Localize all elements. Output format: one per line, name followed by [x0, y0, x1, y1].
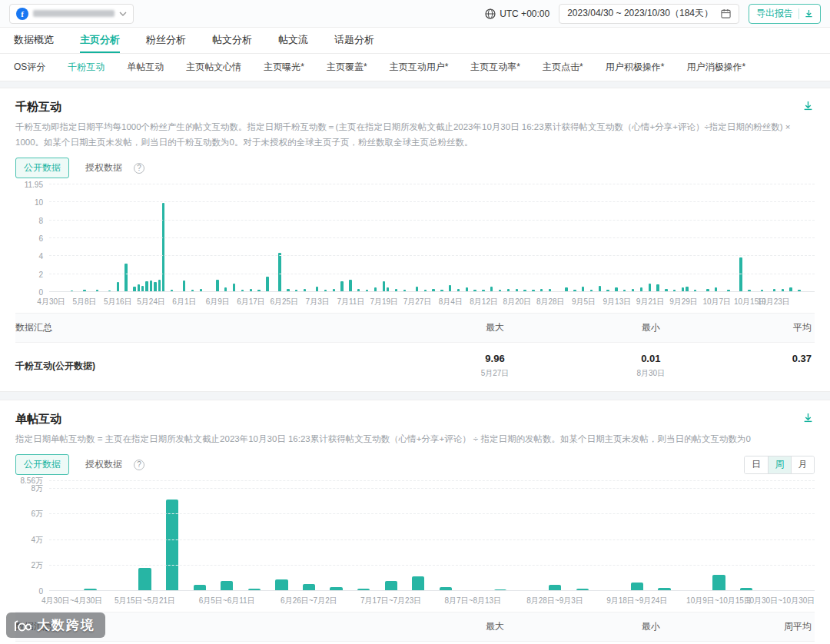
summary-table-qianfen: 数据汇总 最大 最小 平均 千粉互动(公开数据) 9.96 5月27日 0.01… — [15, 313, 815, 391]
sub-tab-10[interactable]: 用户消极操作* — [686, 61, 745, 74]
bar-slot — [788, 481, 815, 591]
sub-tab-8[interactable]: 主页点击* — [543, 61, 583, 74]
period-month-button[interactable]: 月 — [791, 456, 814, 473]
avg-cell: 0.37 — [727, 353, 815, 379]
sub-tab-4[interactable]: 主页曝光* — [264, 61, 304, 74]
sub-tab-1[interactable]: 千粉互动 — [68, 61, 105, 74]
y-axis-tick: 2万 — [31, 560, 43, 571]
main-tab-1[interactable]: 主页分析 — [80, 28, 120, 53]
x-axis-tick: 6月9日 — [206, 297, 230, 307]
bar — [150, 281, 152, 292]
x-axis-tick: 6月25日 — [270, 297, 298, 307]
sub-tab-2[interactable]: 单帖互动 — [127, 61, 164, 74]
bar — [340, 281, 343, 292]
bar-slot — [732, 481, 760, 591]
section-qianfen-hudong: 千粉互动 千粉互动即指定日期平均每1000个粉丝产生的帖文互动数。指定日期千粉互… — [0, 88, 830, 392]
x-axis-tick: 5月15日~5月21日 — [115, 596, 175, 606]
bar — [712, 575, 725, 592]
bars — [49, 481, 815, 591]
watermark-text: 大数跨境 — [37, 616, 95, 634]
x-axis-tick: 9月5日 — [572, 297, 596, 307]
bar-slot — [514, 481, 542, 591]
x-axis-tick: 10月7日 — [702, 297, 731, 307]
bar-slot — [213, 481, 241, 591]
help-icon[interactable]: ? — [134, 163, 144, 174]
auth-data-toggle[interactable]: 授权数据 — [77, 158, 131, 178]
bar — [266, 277, 268, 292]
max-value: 9.96 — [415, 353, 575, 364]
bar-slot — [405, 481, 433, 591]
gridline — [49, 513, 815, 514]
max-date: 5月27日 — [415, 368, 575, 379]
gridline — [49, 274, 815, 274]
period-week-button[interactable]: 周 — [768, 456, 791, 473]
export-report-button[interactable]: 导出报告 — [749, 4, 821, 24]
x-axis-tick: 5月8日 — [72, 297, 96, 307]
download-chart-button-qianfen[interactable] — [802, 99, 815, 115]
public-data-toggle[interactable]: 公开数据 — [15, 454, 69, 475]
sub-tab-0[interactable]: OS评分 — [14, 61, 45, 74]
main-tab-5[interactable]: 话题分析 — [334, 28, 374, 53]
main-tab-4[interactable]: 帖文流 — [278, 28, 308, 53]
table-row: 千粉互动(公开数据) 9.96 5月27日 0.01 8月30日 0.37 — [15, 343, 815, 391]
bar-slot — [158, 481, 186, 591]
utc-label: UTC +00:00 — [500, 8, 549, 19]
main-tab-2[interactable]: 粉丝分析 — [146, 28, 186, 53]
account-name-redacted — [33, 10, 115, 17]
bar — [162, 203, 164, 293]
y-axis-tick: 10 — [35, 198, 43, 207]
y-axis-tick: 0 — [38, 587, 43, 596]
x-axis-tick: 6月17日 — [237, 297, 265, 307]
auth-data-toggle[interactable]: 授权数据 — [77, 454, 131, 475]
bar — [221, 581, 233, 591]
sub-tab-6[interactable]: 主页互动用户* — [390, 61, 449, 74]
app-root: f UTC +00:00 2023/04/30 ~ 2023/10/30（184… — [0, 0, 830, 644]
main-content: 千粉互动 千粉互动即指定日期平均每1000个粉丝产生的帖文互动数。指定日期千粉互… — [0, 88, 830, 644]
x-axis-tick: 7月3日 — [306, 297, 330, 307]
sub-tab-5[interactable]: 主页覆盖* — [327, 61, 367, 74]
bar — [412, 576, 424, 591]
section-description-qianfen: 千粉互动即指定日期平均每1000个粉丝产生的帖文互动数。指定日期千粉互动数＝(主… — [15, 119, 815, 150]
sub-tab-9[interactable]: 用户积极操作* — [606, 61, 665, 74]
help-icon[interactable]: ? — [134, 460, 144, 470]
x-axis: 4月30日5月8日5月16日5月24日6月1日6月9日6月17日6月25日7月3… — [49, 292, 815, 307]
bar-slot — [186, 481, 214, 591]
gridline — [49, 184, 815, 184]
x-axis-tick: 9月29日 — [669, 297, 698, 307]
col-summary: 数据汇总 — [15, 321, 415, 334]
gridline — [49, 255, 815, 256]
y-axis: 02万4万6万8万8.56万 — [15, 481, 49, 591]
period-day-button[interactable]: 日 — [745, 456, 768, 473]
main-tab-3[interactable]: 帖文分析 — [212, 28, 252, 53]
bar-slot — [486, 481, 514, 591]
bar-slot — [49, 481, 77, 591]
bar-slot — [295, 481, 323, 591]
x-axis-tick: 8月28日 — [536, 297, 565, 307]
bar-slot — [623, 481, 651, 591]
col-avg: 平均 — [727, 321, 815, 334]
min-date: 8月30日 — [575, 368, 727, 379]
col-min: 最小 — [575, 620, 727, 633]
col-max: 最大 — [415, 321, 575, 334]
y-axis-tick: 8.56万 — [21, 476, 43, 486]
main-tab-0[interactable]: 数据概览 — [14, 28, 54, 53]
gridline — [49, 539, 815, 540]
bar — [158, 280, 161, 292]
summary-header: 数据汇总 最大 最小 平均 — [15, 313, 815, 343]
period-toggle: 日 周 月 — [744, 456, 815, 474]
bar-slot — [460, 481, 487, 591]
gridline — [49, 488, 815, 489]
data-source-toggle-row: 公开数据 授权数据 ? 日 周 月 — [15, 454, 815, 475]
bar — [739, 257, 742, 293]
bar — [124, 264, 127, 292]
public-data-toggle[interactable]: 公开数据 — [15, 158, 69, 178]
x-axis-tick: 9月13日 — [603, 297, 632, 307]
bar-slot — [760, 481, 788, 591]
bar-slot — [241, 481, 268, 591]
sub-tab-3[interactable]: 主页帖文心情 — [186, 61, 241, 74]
date-range-picker[interactable]: 2023/04/30 ~ 2023/10/30（184天） — [559, 4, 739, 24]
section-dantie-hudong: 单帖互动 指定日期单帖互动数 = 主页在指定日期所发帖文截止2023年10月30… — [0, 400, 830, 644]
download-chart-button-dantie[interactable] — [802, 411, 815, 427]
account-selector[interactable]: f — [9, 4, 134, 24]
sub-tab-7[interactable]: 主页互动率* — [470, 61, 520, 74]
